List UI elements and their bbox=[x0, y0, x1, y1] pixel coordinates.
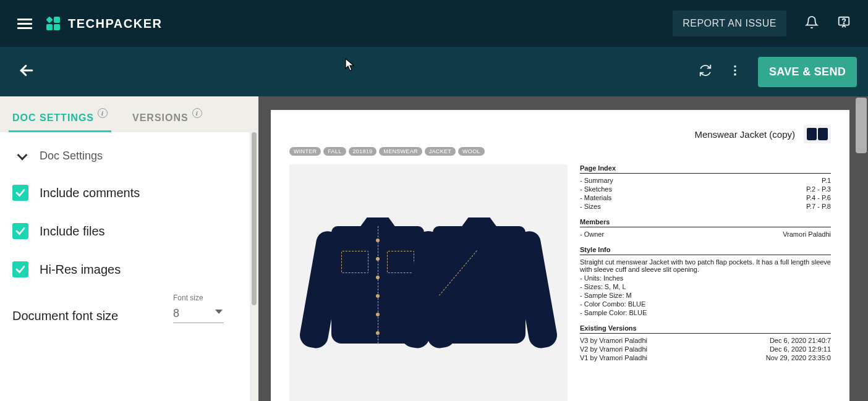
tag-pill: FALL bbox=[323, 147, 346, 156]
action-bar: SAVE & SEND bbox=[0, 47, 868, 96]
logo-mark-icon bbox=[45, 15, 62, 32]
tag-pill: WINTER bbox=[289, 147, 321, 156]
brand-logo[interactable]: TECHPACKER bbox=[45, 15, 162, 32]
svg-point-1 bbox=[843, 23, 844, 23]
back-arrow-icon[interactable] bbox=[17, 61, 36, 82]
save-and-send-button[interactable]: SAVE & SEND bbox=[758, 57, 857, 87]
field-caption: Font size bbox=[173, 293, 203, 302]
style-info-line: Units: Inches bbox=[580, 274, 831, 282]
option-hires-images[interactable]: Hi-Res images bbox=[12, 250, 246, 289]
info-icon[interactable]: i bbox=[192, 108, 202, 118]
document-preview-area: Menswear Jacket (copy) WINTERFALL201819M… bbox=[258, 96, 868, 401]
sidebar-tabs: DOC SETTINGS i VERSIONS i bbox=[0, 96, 258, 132]
caret-down-icon bbox=[215, 310, 223, 314]
svg-point-2 bbox=[734, 65, 736, 68]
option-label: Include files bbox=[40, 224, 105, 238]
tag-pill: MENSWEAR bbox=[379, 147, 422, 156]
top-bar: TECHPACKER REPORT AN ISSUE bbox=[0, 0, 868, 47]
hamburger-menu-icon[interactable] bbox=[17, 16, 32, 32]
settings-sidebar: DOC SETTINGS i VERSIONS i Doc Settings I… bbox=[0, 96, 258, 401]
document-thumbnail-icon bbox=[804, 125, 831, 143]
jacket-back-icon bbox=[433, 226, 525, 344]
style-info-line: Sample Color: BLUE bbox=[580, 308, 831, 317]
section-title: Doc Settings bbox=[40, 150, 103, 163]
tab-label: DOC SETTINGS bbox=[12, 112, 94, 124]
sidebar-scrollbar[interactable] bbox=[250, 132, 258, 401]
option-label: Include comments bbox=[40, 186, 140, 200]
help-chat-icon[interactable] bbox=[837, 15, 851, 32]
tab-label: VERSIONS bbox=[132, 112, 189, 124]
member-row: - OwnerVramori Paladhi bbox=[580, 230, 831, 238]
tab-doc-settings[interactable]: DOC SETTINGS i bbox=[0, 103, 120, 132]
option-label: Hi-Res images bbox=[40, 263, 121, 277]
version-row: V3 by Vramori PaladhiDec 6, 2020 21:40:7 bbox=[580, 336, 831, 345]
option-include-files[interactable]: Include files bbox=[12, 212, 246, 250]
tab-versions[interactable]: VERSIONS i bbox=[120, 103, 215, 132]
report-issue-button[interactable]: REPORT AN ISSUE bbox=[673, 11, 786, 36]
doc-settings-section-header[interactable]: Doc Settings bbox=[12, 145, 246, 174]
tag-pill: 201819 bbox=[349, 147, 377, 156]
tag-pill: JACKET bbox=[425, 147, 456, 156]
option-include-comments[interactable]: Include comments bbox=[12, 174, 246, 212]
versions-header: Existing Versions bbox=[580, 324, 831, 334]
font-size-value: 8 bbox=[173, 307, 179, 319]
version-row: V2 by Vramori PaladhiDec 6, 2020 12:9:11 bbox=[580, 345, 831, 353]
font-size-select[interactable]: Font size 8 bbox=[173, 307, 224, 323]
style-description: Straight cut menswear Jacket with two pa… bbox=[580, 258, 831, 274]
page-index-header: Page Index bbox=[580, 164, 831, 174]
chevron-down-icon bbox=[17, 150, 28, 160]
version-row: V1 by Vramori PaladhiNov 29, 2020 23:35:… bbox=[580, 353, 831, 362]
sketch-image bbox=[289, 164, 568, 401]
tag-pill: WOOL bbox=[458, 147, 485, 156]
notifications-bell-icon[interactable] bbox=[805, 15, 819, 32]
checkbox-checked-icon[interactable] bbox=[12, 261, 28, 277]
svg-point-4 bbox=[734, 74, 736, 76]
sync-icon[interactable] bbox=[699, 64, 712, 80]
page-index-row: SizesP.7 - P.8 bbox=[580, 202, 831, 211]
page-index-row: SketchesP.2 - P.3 bbox=[580, 185, 831, 193]
style-info-header: Style Info bbox=[580, 246, 831, 255]
info-icon[interactable]: i bbox=[98, 108, 108, 118]
checkbox-checked-icon[interactable] bbox=[12, 223, 28, 239]
font-size-label: Document font size bbox=[12, 309, 118, 323]
page-index-row: MaterialsP.4 - P.6 bbox=[580, 193, 831, 202]
page-index-row: SummaryP.1 bbox=[580, 176, 831, 185]
style-info-line: Sample Size: M bbox=[580, 291, 831, 300]
brand-name: TECHPACKER bbox=[68, 17, 162, 31]
document-metadata: Page Index SummaryP.1SketchesP.2 - P.3Ma… bbox=[580, 164, 831, 362]
more-vertical-icon[interactable] bbox=[728, 64, 742, 80]
style-info-line: Sizes: S, M, L bbox=[580, 282, 831, 291]
svg-point-3 bbox=[734, 69, 736, 72]
members-header: Members bbox=[580, 218, 831, 227]
document-title: Menswear Jacket (copy) bbox=[694, 129, 795, 140]
document-tags: WINTERFALL201819MENSWEARJACKETWOOL bbox=[289, 147, 831, 156]
style-info-line: Color Combo: BLUE bbox=[580, 300, 831, 308]
document-page: Menswear Jacket (copy) WINTERFALL201819M… bbox=[271, 110, 849, 401]
checkbox-checked-icon[interactable] bbox=[12, 185, 28, 201]
preview-scrollbar[interactable] bbox=[856, 98, 867, 153]
